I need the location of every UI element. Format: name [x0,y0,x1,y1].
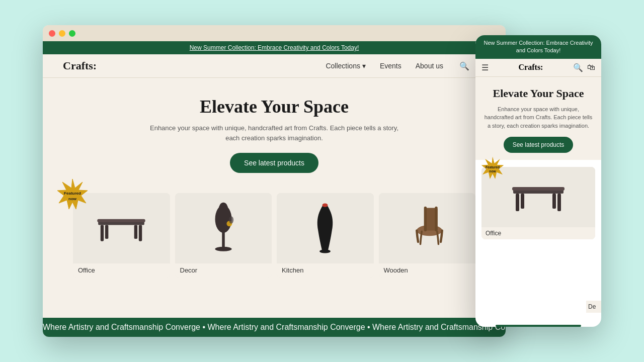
navigation: Crafts: Collections ▾ Events About us 🔍 … [43,54,506,78]
product-image-wooden [379,193,476,263]
svg-rect-25 [516,194,519,211]
nav-events[interactable]: Events [380,62,401,70]
product-name-decor: Decor [175,263,272,278]
svg-rect-7 [134,225,137,239]
mobile-browser-window: New Summer Collection: Embrace Creativit… [475,35,601,327]
svg-text:Featured: Featured [64,191,81,196]
mobile-product-name-office: Office [481,227,595,239]
svg-rect-6 [105,225,108,239]
svg-rect-20 [435,207,437,232]
mobile-featured-badge: Featured now [479,156,506,184]
svg-text:Featured: Featured [486,165,500,169]
svg-rect-5 [139,225,142,241]
titlebar [43,25,506,41]
marquee-text: Where Artistry and Craftsmanship Converg… [43,323,506,332]
svg-rect-29 [512,187,565,191]
hero-cta-button[interactable]: See latest products [230,153,318,173]
featured-badge: Featured now [55,178,90,213]
mobile-promo-banner: New Summer Collection: Embrace Creativit… [475,35,601,59]
hamburger-icon[interactable]: ☰ [481,63,489,72]
search-icon[interactable]: 🔍 [459,61,469,71]
nav-about[interactable]: About us [416,62,443,70]
marquee-bar: Where Artistry and Craftsmanship Converg… [43,318,506,337]
product-image-kitchen [277,193,374,263]
svg-point-16 [323,204,328,207]
promo-banner-link[interactable]: New Summer Collection: Embrace Creativit… [190,44,359,51]
mobile-featured-area: Featured now [475,160,601,163]
mobile-navigation: ☰ Crafts: 🔍 🛍 [475,59,601,77]
nav-collections[interactable]: Collections ▾ [326,62,365,70]
product-name-kitchen: Kitchen [277,263,374,278]
products-section: Featured now [43,183,506,278]
svg-point-14 [229,216,233,224]
svg-text:now: now [68,197,77,201]
site-logo[interactable]: Crafts: [63,59,97,72]
maximize-button[interactable] [69,30,75,37]
desktop-browser-window: New Summer Collection: Embrace Creativit… [43,25,506,337]
hero-section: Elevate Your Space Enhance your space wi… [43,78,506,183]
close-button[interactable] [49,30,55,37]
product-card-kitchen[interactable]: Kitchen [277,193,374,278]
product-name-office: Office [73,263,170,278]
product-card-wooden[interactable]: Wooden [379,193,476,278]
hero-title: Elevate Your Space [53,96,496,117]
svg-rect-10 [222,231,225,250]
mobile-hero-title: Elevate Your Space [484,87,593,100]
product-name-wooden: Wooden [379,263,476,278]
mobile-cart-icon[interactable]: 🛍 [587,63,595,72]
minimize-button[interactable] [59,30,65,37]
promo-banner: New Summer Collection: Embrace Creativit… [43,41,506,54]
mobile-search-icon[interactable]: 🔍 [573,63,583,72]
product-grid: Office [58,188,491,278]
svg-rect-26 [557,194,561,211]
hero-subtitle: Enhance your space with unique, handcraf… [143,123,405,143]
mobile-product-name-decor-partial: De [586,301,601,313]
svg-rect-8 [98,219,145,222]
mobile-cta-button[interactable]: See latest products [504,137,574,153]
svg-rect-19 [424,207,426,232]
chevron-down-icon: ▾ [362,62,366,70]
mobile-logo[interactable]: Crafts: [493,63,569,72]
svg-rect-28 [552,194,556,209]
mobile-scroll-indicator [496,325,581,327]
svg-rect-27 [521,194,524,209]
product-image-decor [175,193,272,263]
svg-rect-4 [101,225,104,241]
product-card-decor[interactable]: Decor [175,193,272,278]
nav-links: Collections ▾ Events About us [326,62,443,70]
svg-point-12 [219,203,228,216]
mobile-hero-section: Elevate Your Space Enhance your space wi… [475,77,601,160]
mobile-hero-subtitle: Enhance your space with unique, handcraf… [484,105,593,130]
svg-text:now: now [489,169,496,173]
